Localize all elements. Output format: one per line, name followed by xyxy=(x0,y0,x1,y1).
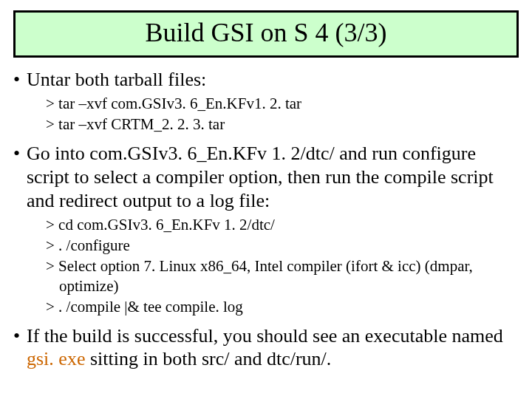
bullet-configure: Go into com.GSIv3. 6_En.KFv 1. 2/dtc/ an… xyxy=(10,142,522,212)
cmd-line: > . /compile |& tee compile. log xyxy=(46,297,522,317)
commands-configure: > cd com.GSIv3. 6_En.KFv 1. 2/dtc/ > . /… xyxy=(46,215,522,316)
executable-name: gsi. exe xyxy=(27,348,85,369)
bullet-untar: Untar both tarball files: xyxy=(10,68,522,92)
slide-title: Build GSI on S 4 (3/3) xyxy=(145,18,386,47)
result-text-a: If the build is successful, you should s… xyxy=(27,325,503,347)
cmd-line: > Select option 7. Linux x86_64, Intel c… xyxy=(46,256,522,296)
title-box: Build GSI on S 4 (3/3) xyxy=(13,10,519,58)
cmd-line: > tar –xvf CRTM_2. 2. 3. tar xyxy=(46,115,522,134)
cmd-line: > tar –xvf com.GSIv3. 6_En.KFv1. 2. tar xyxy=(46,94,522,114)
slide: Build GSI on S 4 (3/3) Untar both tarbal… xyxy=(0,0,532,399)
result-text-b: sitting in both src/ and dtc/run/. xyxy=(85,348,331,369)
bullet-result: If the build is successful, you should s… xyxy=(10,324,522,371)
commands-untar: > tar –xvf com.GSIv3. 6_En.KFv1. 2. tar … xyxy=(46,94,522,134)
cmd-line: > . /configure xyxy=(46,236,522,256)
cmd-line: > cd com.GSIv3. 6_En.KFv 1. 2/dtc/ xyxy=(46,215,522,235)
